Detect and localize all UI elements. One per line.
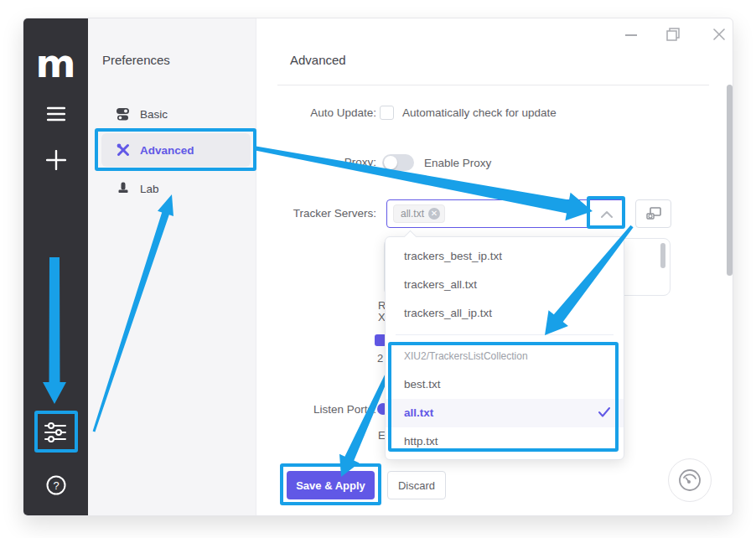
sidebar-item-advanced[interactable]: Advanced [101,133,251,167]
proxy-toggle[interactable] [382,154,414,171]
maximize-button[interactable] [662,23,684,45]
task-list-icon[interactable] [45,103,67,125]
sidebar-item-label: Lab [140,183,159,195]
title-divider [277,85,709,85]
sidebar-item-basic[interactable]: Basic [101,97,251,131]
auto-update-checkbox-label[interactable]: Automatically check for update [402,106,557,119]
dropdown-item-selected[interactable]: all.txt [386,399,624,427]
preferences-sliders-icon[interactable] [44,422,66,443]
save-apply-button[interactable]: Save & Apply [287,471,375,499]
close-icon [712,28,726,41]
stamp-icon [117,182,130,195]
tools-icon [117,143,130,157]
close-button[interactable] [708,23,730,45]
textarea-scrollbar[interactable] [660,243,665,268]
page-title: Advanced [290,53,346,67]
app-window: m ? Preferences Basic [23,18,733,516]
tracker-dropdown: trackers_best_ip.txt trackers_all.txt tr… [385,236,624,460]
chevron-up-icon[interactable] [600,210,614,219]
help-icon[interactable]: ? [45,474,67,496]
sidebar-item-label: Basic [140,108,168,121]
dropdown-item[interactable]: trackers_all.txt [386,271,624,299]
sidebar-item-lab[interactable]: Lab [101,172,251,205]
occluded-text-fragment: 2 [377,352,383,365]
dropdown-item[interactable]: trackers_best_ip.txt [386,242,624,271]
speed-limit-button[interactable] [668,458,712,502]
sync-monitor-icon [646,207,661,220]
toggle-knob [384,156,397,169]
tag-remove-icon[interactable]: ✕ [428,208,440,220]
listen-ports-label: Listen Ports: [277,403,376,416]
tracker-servers-select[interactable]: all.txt ✕ [386,199,624,228]
dropdown-divider [396,334,614,335]
check-icon [598,407,610,417]
preferences-title: Preferences [102,53,170,67]
maximize-icon [666,28,680,41]
sync-trackers-button[interactable] [635,199,671,228]
toggles-icon [117,107,130,121]
svg-text:?: ? [53,479,59,492]
main-scrollbar[interactable] [727,85,733,276]
add-task-icon[interactable] [45,149,67,171]
tracker-servers-label: Tracker Servers: [277,207,376,220]
auto-update-label: Auto Update: [277,106,376,119]
proxy-toggle-label: Enable Proxy [424,157,491,169]
dropdown-item[interactable]: best.txt [386,370,624,399]
dropdown-item[interactable]: http.txt [386,427,624,456]
app-sidebar: m ? [23,18,88,515]
dropdown-item[interactable]: trackers_all_ip.txt [386,299,624,328]
dropdown-group-label: XIU2/TrackersListCollection [386,342,624,370]
preferences-panel [88,18,256,515]
minimize-button[interactable] [620,23,642,45]
tag-label: all.txt [401,208,424,220]
proxy-label: Proxy: [277,156,376,168]
selected-tag: all.txt ✕ [393,204,445,223]
gauge-icon [677,468,702,493]
discard-button[interactable]: Discard [387,471,446,499]
motrix-logo-icon: m [23,42,88,85]
minimize-icon [624,27,639,42]
auto-update-checkbox[interactable] [380,106,394,120]
sidebar-item-label: Advanced [140,144,194,157]
